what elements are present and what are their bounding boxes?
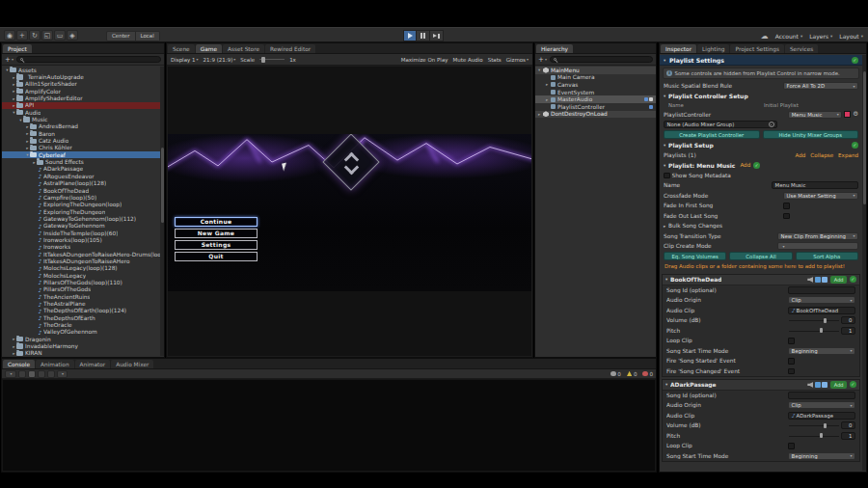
rotate-tool-button[interactable] [29,30,41,41]
project-tree-item[interactable]: AmplifyShaderEditor [2,95,160,101]
hierarchy-item[interactable]: PlaylistController [535,103,656,111]
show-song-metadata-checkbox[interactable] [664,173,670,179]
project-tree-item[interactable]: TheAstralPlane [2,300,160,307]
aspect-ratio-dropdown[interactable]: 21:9 (21:9) [203,57,236,63]
project-search-input[interactable] [16,56,161,64]
move-icon[interactable] [822,277,827,283]
tab-audio-mixer[interactable]: Audio Mixer [111,360,153,368]
transform-tool-button[interactable] [67,30,78,41]
pitch-value[interactable]: 1 [841,327,855,335]
playlist-foldout[interactable]: Playlist: Menu Music Add [660,160,862,171]
project-tree-item[interactable]: Assets [2,67,160,73]
project-tree-item[interactable]: MolochsLegacy(loop)(128) [2,265,160,272]
tab-scene[interactable]: Scene [168,44,195,53]
console-toolbar-button[interactable] [28,370,36,378]
scale-tool-button[interactable] [41,30,53,41]
audio-clip-field[interactable]: ADarkPassage [788,412,855,420]
hierarchy-item[interactable]: MasterAudio [535,95,656,103]
project-scrollbar[interactable] [160,67,164,356]
project-tree-item[interactable]: API [2,102,160,109]
playlist-settings-header[interactable]: Playlist Settings [660,55,862,66]
hierarchy-item[interactable]: Main Camera [535,74,656,82]
inspector-scrollbar[interactable] [862,55,866,471]
project-tree-item[interactable]: Campfire(loop)(50) [2,194,160,201]
expand-playlists-button[interactable]: Expand [838,152,858,158]
collapse-playlists-button[interactable]: Collapse [810,152,833,158]
console-toolbar-button[interactable] [18,370,26,378]
hierarchy-item[interactable]: MainMenu [535,67,656,74]
maximize-on-play-toggle[interactable]: Maximize On Play [401,57,448,63]
fire-song-started-checkbox[interactable] [788,358,795,365]
project-tree-item[interactable]: ItTakesADungeonToRaiseAHero [2,258,160,264]
project-tree-item[interactable]: TheAncientRuins [2,293,160,300]
project-tree-item[interactable]: TheOracle [2,321,160,328]
project-tree-item[interactable]: MolochsLegacy [2,272,160,279]
project-tree-item[interactable]: Sound Effects [2,158,160,165]
add-song-button[interactable]: Add [830,276,847,284]
tab-console[interactable]: Console [3,360,35,368]
fade-in-checkbox[interactable] [783,203,790,209]
pivot-mode-button[interactable]: Center [106,31,136,41]
project-tree-item[interactable]: Ironworks [2,244,160,251]
mute-audio-toggle[interactable]: Mute Audio [453,57,483,63]
tab-animator[interactable]: Animator [75,360,111,368]
slider-thumb[interactable] [824,423,827,428]
eq-song-volumes-button[interactable]: Eq. Song Volumes [664,252,726,260]
collapse-all-button[interactable]: Collapse All [729,252,792,260]
tab-game[interactable]: Game [196,44,222,53]
console-log-area[interactable] [3,380,655,471]
foldout-arrow-icon[interactable] [538,68,543,72]
audio-mixer-group-field[interactable]: None (Audio Mixer Group) [664,121,777,128]
scrollbar-thumb[interactable] [161,148,164,223]
add-playlist-button[interactable]: Add [795,152,805,158]
project-tree-item[interactable]: InsideTheTemple(loop)(60) [2,230,160,236]
tab-asset-store[interactable]: Asset Store [223,44,264,53]
step-button[interactable] [430,30,444,41]
account-dropdown[interactable]: Account [775,33,803,40]
move-tool-button[interactable] [16,30,28,41]
slider-thumb[interactable] [824,318,827,323]
initial-playlist-dropdown[interactable]: Menu Music [788,111,842,119]
project-tree-item[interactable]: AndresBernad [2,123,160,130]
audio-origin-dropdown[interactable]: Clip [788,296,855,304]
start-time-mode-dropdown[interactable]: Beginning [788,347,855,355]
slider-thumb[interactable] [820,328,823,333]
error-count[interactable]: 0 [642,371,653,377]
create-object-button[interactable] [538,56,547,64]
project-tree-item[interactable]: Baron [2,130,160,137]
playlist-name-input[interactable]: Menu Music [772,181,858,189]
foldout-arrow-icon[interactable] [664,58,668,63]
pitch-slider[interactable] [789,327,839,335]
project-tree-item[interactable]: GatewayToGehennom(loop)(112) [2,215,160,222]
gear-icon[interactable] [853,111,858,118]
project-tree-item[interactable]: Cyberleaf [2,151,160,158]
bulk-song-changes-foldout[interactable]: Bulk Song Changes [660,221,862,231]
tab-project-settings[interactable]: Project Settings [730,44,783,53]
project-tree-item[interactable]: TheDepthsOfEarth [2,314,160,321]
gizmos-dropdown[interactable]: Gizmos [506,57,529,63]
project-tree-item[interactable]: ARoguesEndeavor [2,173,160,179]
object-picker-icon[interactable] [769,122,774,127]
playlist-setup-foldout[interactable]: Playlist Setup [660,140,862,150]
display-dropdown[interactable]: Display 1 [171,57,199,63]
project-tree-item[interactable]: ItTakesADungeonToRaiseAHero-Drums(loop) [2,251,160,258]
fade-out-checkbox[interactable] [783,213,790,220]
project-tree-item[interactable]: PillarsOfTheGods(loop)(110) [2,279,160,285]
volume-slider[interactable] [789,421,839,429]
project-tree-item[interactable]: AstralPlane(loop)(128) [2,180,160,187]
project-tree-item[interactable]: Dragonin [2,336,160,342]
hierarchy-item[interactable]: DontDestroyOnLoad [535,111,656,119]
console-toolbar-button[interactable] [38,370,45,378]
volume-value[interactable]: 0 [841,316,855,324]
warning-count[interactable]: 0 [627,371,637,377]
tab-project[interactable]: Project [3,44,32,53]
create-asset-button[interactable] [5,56,14,64]
layout-dropdown[interactable]: Layout [839,33,863,40]
volume-slider[interactable] [789,316,839,324]
tab-rewired-editor[interactable]: Rewired Editor [265,44,315,53]
pause-button[interactable] [417,30,430,41]
project-tree-item[interactable]: _TerrainAutoUpgrade [2,73,160,80]
project-tree-item[interactable]: Music [2,116,160,122]
stats-toggle[interactable]: Stats [488,57,502,63]
project-tree-item[interactable]: InvadableHarmony [2,342,160,349]
